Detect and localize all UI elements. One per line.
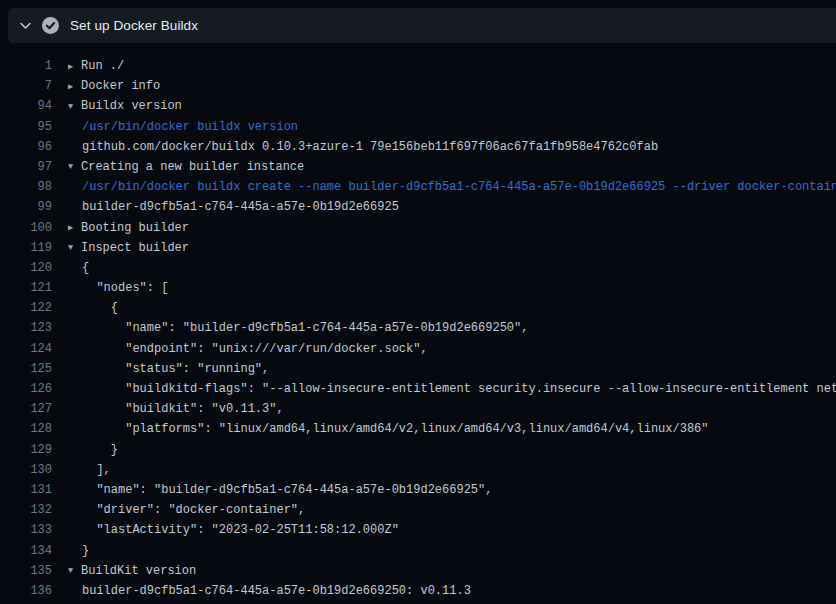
line-number[interactable]: 135 [0, 561, 52, 581]
line-number[interactable]: 126 [0, 379, 52, 399]
group-title-text: Buildx version [81, 99, 182, 113]
line-number[interactable]: 97 [0, 157, 52, 177]
caret-down-icon[interactable]: ▼ [68, 97, 81, 117]
group-title-text: BuildKit version [81, 564, 196, 578]
group-title-text: Creating a new builder instance [81, 160, 304, 174]
log-line-row: 129 } [0, 440, 836, 460]
log-line-row: 136builder-d9cfb5a1-c764-445a-a57e-0b19d… [0, 581, 836, 601]
group-title[interactable]: ▶Docker info [52, 76, 160, 96]
line-number[interactable]: 100 [0, 218, 52, 238]
log-line-row: 134} [0, 541, 836, 561]
line-number[interactable]: 125 [0, 359, 52, 379]
line-number[interactable]: 120 [0, 258, 52, 278]
output-text: "endpoint": "unix:///var/run/docker.sock… [52, 339, 428, 359]
output-text: { [52, 258, 89, 278]
group-title-text: Run ./ [81, 59, 124, 73]
log-group-row: 135▼BuildKit version [0, 561, 836, 581]
log-line-row: 127 "buildkit": "v0.11.3", [0, 399, 836, 419]
caret-right-icon[interactable]: ▶ [68, 57, 81, 77]
log-line-row: 96github.com/docker/buildx 0.10.3+azure-… [0, 137, 836, 157]
line-number[interactable]: 122 [0, 298, 52, 318]
chevron-down-icon[interactable] [8, 19, 42, 32]
output-text: builder-d9cfb5a1-c764-445a-a57e-0b19d2e6… [52, 581, 471, 601]
output-text: ], [52, 460, 111, 480]
line-number[interactable]: 95 [0, 117, 52, 137]
output-text: "nodes": [ [52, 278, 168, 298]
log-line-row: 98/usr/bin/docker buildx create --name b… [0, 177, 836, 197]
output-text: { [52, 298, 118, 318]
log-line-row: 123 "name": "builder-d9cfb5a1-c764-445a-… [0, 318, 836, 338]
group-title[interactable]: ▼Inspect builder [52, 238, 189, 258]
log-line-row: 121 "nodes": [ [0, 278, 836, 298]
output-text: "lastActivity": "2023-02-25T11:58:12.000… [52, 520, 399, 540]
log-line-row: 126 "buildkitd-flags": "--allow-insecure… [0, 379, 836, 399]
check-circle-icon [42, 17, 59, 34]
line-number[interactable]: 96 [0, 137, 52, 157]
line-number[interactable]: 128 [0, 419, 52, 439]
line-number[interactable]: 7 [0, 76, 52, 96]
group-title-text: Inspect builder [81, 241, 189, 255]
line-number[interactable]: 134 [0, 541, 52, 561]
command-text: /usr/bin/docker buildx create --name bui… [52, 177, 836, 197]
line-number[interactable]: 127 [0, 399, 52, 419]
line-number[interactable]: 121 [0, 278, 52, 298]
group-title-text: Booting builder [81, 221, 189, 235]
group-title[interactable]: ▼Buildx version [52, 96, 182, 116]
log-line-row: 120{ [0, 258, 836, 278]
caret-down-icon[interactable]: ▼ [68, 561, 81, 581]
caret-right-icon[interactable]: ▶ [68, 218, 81, 238]
log-area: 1▶Run ./7▶Docker info94▼Buildx version95… [0, 43, 836, 601]
output-text: } [52, 541, 89, 561]
log-group-row: 94▼Buildx version [0, 96, 836, 116]
line-number[interactable]: 99 [0, 197, 52, 217]
output-text: } [52, 440, 118, 460]
log-line-row: 95/usr/bin/docker buildx version [0, 117, 836, 137]
output-text: "driver": "docker-container", [52, 500, 305, 520]
output-text: "name": "builder-d9cfb5a1-c764-445a-a57e… [52, 480, 492, 500]
log-line-row: 128 "platforms": "linux/amd64,linux/amd6… [0, 419, 836, 439]
output-text: "buildkit": "v0.11.3", [52, 399, 284, 419]
log-line-row: 124 "endpoint": "unix:///var/run/docker.… [0, 339, 836, 359]
line-number[interactable]: 130 [0, 460, 52, 480]
log-line-row: 122 { [0, 298, 836, 318]
log-line-row: 133 "lastActivity": "2023-02-25T11:58:12… [0, 520, 836, 540]
command-text: /usr/bin/docker buildx version [52, 117, 298, 137]
caret-right-icon[interactable]: ▶ [68, 77, 81, 97]
log-line-row: 99builder-d9cfb5a1-c764-445a-a57e-0b19d2… [0, 197, 836, 217]
log-group-row: 119▼Inspect builder [0, 238, 836, 258]
line-number[interactable]: 123 [0, 318, 52, 338]
group-title[interactable]: ▶Booting builder [52, 218, 189, 238]
line-number[interactable]: 131 [0, 480, 52, 500]
line-number[interactable]: 136 [0, 581, 52, 601]
log-group-row: 97▼Creating a new builder instance [0, 157, 836, 177]
group-title[interactable]: ▼BuildKit version [52, 561, 196, 581]
log-line-row: 125 "status": "running", [0, 359, 836, 379]
log-group-row: 1▶Run ./ [0, 56, 836, 76]
step-header[interactable]: Set up Docker Buildx [8, 8, 836, 43]
log-line-row: 132 "driver": "docker-container", [0, 500, 836, 520]
output-text: builder-d9cfb5a1-c764-445a-a57e-0b19d2e6… [52, 197, 399, 217]
log-line-row: 130 ], [0, 460, 836, 480]
line-number[interactable]: 1 [0, 56, 52, 76]
line-number[interactable]: 98 [0, 177, 52, 197]
output-text: "buildkitd-flags": "--allow-insecure-ent… [52, 379, 836, 399]
output-text: "status": "running", [52, 359, 269, 379]
line-number[interactable]: 133 [0, 520, 52, 540]
caret-down-icon[interactable]: ▼ [68, 157, 81, 177]
group-title[interactable]: ▼Creating a new builder instance [52, 157, 304, 177]
line-number[interactable]: 129 [0, 440, 52, 460]
caret-down-icon[interactable]: ▼ [68, 238, 81, 258]
step-title: Set up Docker Buildx [70, 18, 198, 33]
line-number[interactable]: 94 [0, 96, 52, 116]
line-number[interactable]: 119 [0, 238, 52, 258]
line-number[interactable]: 132 [0, 500, 52, 520]
log-group-row: 100▶Booting builder [0, 218, 836, 238]
group-title[interactable]: ▶Run ./ [52, 56, 124, 76]
output-text: "name": "builder-d9cfb5a1-c764-445a-a57e… [52, 318, 528, 338]
log-group-row: 7▶Docker info [0, 76, 836, 96]
line-number[interactable]: 124 [0, 339, 52, 359]
output-text: github.com/docker/buildx 0.10.3+azure-1 … [52, 137, 658, 157]
group-title-text: Docker info [81, 79, 160, 93]
output-text: "platforms": "linux/amd64,linux/amd64/v2… [52, 419, 709, 439]
log-line-row: 131 "name": "builder-d9cfb5a1-c764-445a-… [0, 480, 836, 500]
